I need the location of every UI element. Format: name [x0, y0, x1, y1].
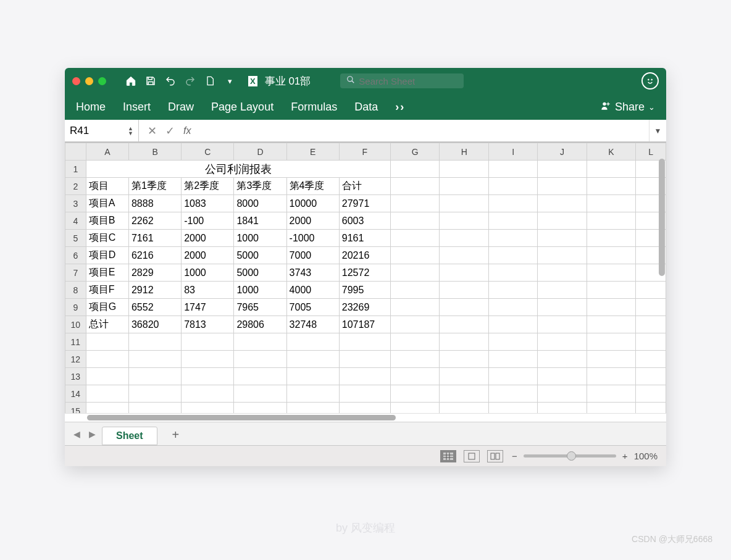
cell[interactable]	[440, 333, 489, 351]
column-header[interactable]: J	[538, 143, 587, 161]
cell[interactable]	[587, 403, 636, 414]
cell[interactable]	[390, 368, 440, 385]
cell[interactable]	[636, 351, 666, 368]
data-cell[interactable]: 4000	[286, 282, 339, 299]
header-cell[interactable]: 第4季度	[286, 178, 339, 195]
cell[interactable]	[440, 247, 489, 264]
horizontal-scrollbar-track[interactable]	[65, 413, 666, 422]
tab-home[interactable]: Home	[76, 101, 106, 114]
row-header[interactable]: 3	[65, 195, 86, 212]
data-cell[interactable]: 3743	[286, 264, 339, 282]
cell[interactable]	[390, 230, 440, 247]
tab-page-layout[interactable]: Page Layout	[211, 101, 274, 114]
view-normal-icon[interactable]	[440, 450, 456, 462]
data-cell[interactable]: 7161	[128, 230, 181, 247]
cell[interactable]	[440, 264, 489, 282]
cell[interactable]	[339, 351, 390, 368]
row-header[interactable]: 15	[65, 403, 86, 414]
cell[interactable]	[86, 385, 128, 403]
cell[interactable]	[390, 212, 440, 230]
cell[interactable]	[489, 247, 538, 264]
cell[interactable]	[538, 368, 587, 385]
data-cell[interactable]: 7813	[182, 316, 234, 333]
header-cell[interactable]: 第2季度	[182, 178, 234, 195]
minimize-button[interactable]	[85, 77, 93, 85]
cell[interactable]	[538, 316, 587, 333]
home-icon[interactable]	[123, 75, 138, 86]
data-cell[interactable]: 7995	[339, 282, 390, 299]
data-cell[interactable]: 2000	[286, 212, 339, 230]
data-cell[interactable]: 1000	[234, 282, 286, 299]
row-header[interactable]: 8	[65, 282, 86, 299]
column-header[interactable]: H	[440, 143, 489, 161]
column-header[interactable]: K	[587, 143, 636, 161]
cell[interactable]	[538, 264, 587, 282]
cell[interactable]	[636, 333, 666, 351]
cell[interactable]	[489, 299, 538, 316]
zoom-slider-thumb[interactable]	[567, 451, 576, 461]
header-cell[interactable]: 项目	[86, 178, 128, 195]
cell[interactable]	[489, 368, 538, 385]
data-cell[interactable]: 32748	[286, 316, 339, 333]
row-header[interactable]: 1	[65, 161, 86, 178]
cell[interactable]	[587, 247, 636, 264]
customize-qat-icon[interactable]: ▾	[222, 77, 237, 86]
cell[interactable]	[489, 161, 538, 178]
cell[interactable]	[440, 282, 489, 299]
cancel-icon[interactable]: ✕	[148, 124, 157, 138]
cell[interactable]	[440, 299, 489, 316]
grid-scroll[interactable]: ABCDEFGHIJKL1公司利润报表2项目第1季度第2季度第3季度第4季度合计…	[65, 143, 666, 413]
name-box[interactable]: R41 ▲▼	[65, 120, 139, 141]
cell[interactable]	[390, 247, 440, 264]
column-header[interactable]: I	[489, 143, 538, 161]
cell[interactable]	[489, 212, 538, 230]
row-header[interactable]: 14	[65, 385, 86, 403]
data-cell[interactable]: 2262	[128, 212, 181, 230]
data-cell[interactable]: 8000	[234, 195, 286, 212]
data-cell[interactable]: 1000	[234, 230, 286, 247]
data-cell[interactable]: 7000	[286, 247, 339, 264]
data-cell[interactable]: 6003	[339, 212, 390, 230]
close-button[interactable]	[72, 77, 80, 85]
title-cell[interactable]: 公司利润报表	[86, 161, 390, 178]
row-header[interactable]: 11	[65, 333, 86, 351]
cell[interactable]	[128, 351, 181, 368]
cell[interactable]	[636, 282, 666, 299]
row-header[interactable]: 4	[65, 212, 86, 230]
data-cell[interactable]: 项目A	[86, 195, 128, 212]
cell[interactable]	[234, 351, 286, 368]
cell[interactable]	[390, 351, 440, 368]
data-cell[interactable]: 29806	[234, 316, 286, 333]
data-cell[interactable]: 2000	[182, 230, 234, 247]
cell[interactable]	[390, 161, 440, 178]
row-header[interactable]: 12	[65, 351, 86, 368]
cell[interactable]	[390, 178, 440, 195]
cell[interactable]	[587, 351, 636, 368]
cell[interactable]	[128, 333, 181, 351]
redo-icon[interactable]	[183, 75, 198, 86]
cell[interactable]	[234, 333, 286, 351]
cell[interactable]	[538, 195, 587, 212]
cell[interactable]	[538, 403, 587, 414]
cell[interactable]	[286, 403, 339, 414]
cell[interactable]	[390, 264, 440, 282]
column-header[interactable]: F	[339, 143, 390, 161]
data-cell[interactable]: 2912	[128, 282, 181, 299]
cell[interactable]	[128, 403, 181, 414]
cell[interactable]	[86, 368, 128, 385]
undo-icon[interactable]	[163, 75, 178, 86]
data-cell[interactable]: -1000	[286, 230, 339, 247]
cell[interactable]	[390, 316, 440, 333]
cell[interactable]	[182, 368, 234, 385]
data-cell[interactable]: 23269	[339, 299, 390, 316]
cell[interactable]	[538, 212, 587, 230]
maximize-button[interactable]	[98, 77, 106, 85]
data-cell[interactable]: 6216	[128, 247, 181, 264]
data-cell[interactable]: 12572	[339, 264, 390, 282]
row-header[interactable]: 2	[65, 178, 86, 195]
row-header[interactable]: 7	[65, 264, 86, 282]
cell[interactable]	[587, 212, 636, 230]
select-all-corner[interactable]	[65, 143, 86, 161]
cell[interactable]	[339, 403, 390, 414]
cell[interactable]	[339, 385, 390, 403]
